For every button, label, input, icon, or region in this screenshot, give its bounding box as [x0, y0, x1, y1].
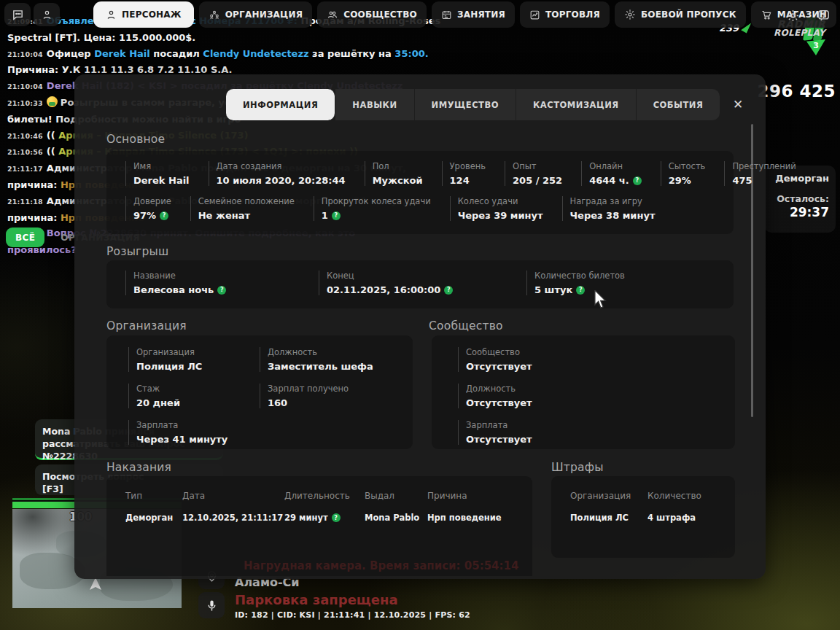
chat-timestamp: 21:10:33 [7, 99, 43, 107]
info-field: Дата создания10 июля 2020, 20:28:44 [209, 161, 346, 186]
info-icon[interactable]: ? [160, 211, 168, 220]
panel-tab[interactable]: ИНФОРМАЦИЯ [226, 89, 335, 120]
field-label: Пол [373, 161, 423, 171]
person-icon [106, 9, 117, 20]
punishment-issuer: Mona Pablo [365, 513, 427, 523]
chat-text: (( [47, 146, 58, 157]
character-quick-button[interactable] [34, 3, 60, 26]
main-info-row: ИмяDerek HailДата создания10 июля 2020, … [125, 161, 716, 186]
info-icon[interactable]: ? [576, 286, 585, 295]
info-field: Опыт205 / 252 [505, 161, 562, 186]
main-info-card: ИмяDerek HailДата создания10 июля 2020, … [106, 151, 734, 234]
field-value: Отсутствует [466, 434, 532, 445]
field-value-text: Велесова ночь [133, 284, 214, 295]
field-value: Полиция ЛС [136, 361, 260, 372]
chat-text: Spectral [FT]. Цена: 115.000.000$. [7, 32, 195, 43]
tab-label: ПЕРСОНАЖ [122, 9, 182, 20]
field-label: Сообщество [466, 347, 532, 357]
chat-text: Clendy Undetectezz [203, 48, 308, 59]
tab-label: ЗАНЯТИЯ [457, 9, 505, 20]
info-field: ЗарплатаЧерез 41 минуту [128, 420, 260, 445]
field-value: Отсутствует [466, 397, 532, 408]
info-field: Доверие97%? [125, 196, 171, 221]
info-icon[interactable]: ? [332, 513, 341, 522]
burst-icon [624, 9, 636, 20]
field-value-text: Отсутствует [466, 434, 532, 445]
money-emoji-icon [47, 96, 58, 107]
panel-tab[interactable]: СОБЫТИЯ [637, 89, 720, 120]
field-value: 4644 ч.? [589, 175, 642, 186]
info-icon[interactable]: ? [633, 176, 642, 185]
field-value: Через 41 минуту [136, 434, 260, 445]
field-value: Заместитель шефа [268, 361, 405, 372]
status-line: ID: 182 | CID: KSI | 21:11:41 | 12.10.20… [235, 610, 470, 620]
field-value-text: 205 / 252 [513, 175, 562, 186]
chat-timestamp: 21:10:04 [7, 50, 43, 58]
field-value: 97%? [133, 210, 171, 221]
chat-text: 35:00. [394, 48, 428, 59]
field-value: 5 штук? [534, 284, 687, 295]
field-label: Прокруток колеса удачи [322, 196, 431, 206]
field-value-text: Отсутствует [466, 397, 532, 408]
mouse-cursor [594, 290, 610, 309]
chat-text: посадил [150, 48, 203, 59]
tab-label: БОЕВОЙ ПРОПУСК [641, 9, 736, 20]
tab-burst[interactable]: БОЕВОЙ ПРОПУСК [615, 1, 746, 28]
chat-filter-all[interactable]: ВСЁ [6, 228, 44, 247]
punishment-row: Деморган12.10.2025, 21:11:1729 минут?Mon… [125, 513, 515, 523]
info-icon[interactable]: ? [444, 286, 453, 295]
tab-org[interactable]: ОРГАНИЗАЦИЯ [199, 1, 312, 28]
info-field: Конец02.11.2025, 16:00:00? [319, 271, 526, 295]
close-button[interactable]: ✕ [728, 95, 747, 114]
field-value: Через 38 минут [570, 210, 656, 221]
tab-person[interactable]: ПЕРСОНАЖ [93, 1, 194, 28]
field-value: Derek Hail [133, 175, 190, 186]
tab-calendar[interactable]: ЗАНЯТИЯ [432, 1, 515, 28]
field-value-text: 97% [133, 210, 156, 221]
chart-icon [529, 9, 540, 20]
field-label: Награда за игру [570, 196, 656, 206]
info-field: ПолМужской [365, 161, 423, 186]
microphone-button[interactable] [198, 592, 225, 618]
info-field: СообществоОтсутствует [458, 347, 532, 372]
field-value-text: 5 штук [534, 284, 572, 295]
panel-tab[interactable]: КАСТОМИЗАЦИЯ [516, 89, 637, 120]
info-field: Семейное положениеНе женат [190, 196, 295, 221]
field-value: 02.11.2025, 16:00:00? [327, 284, 526, 295]
tab-chart[interactable]: ТОРГОВЛЯ [520, 1, 610, 28]
field-value-text: Не женат [198, 210, 250, 221]
info-icon[interactable]: ? [332, 211, 341, 220]
field-label: Сытость [669, 161, 706, 171]
chat-toggle-button[interactable] [4, 3, 31, 26]
info-field: Награда за игруЧерез 38 минут [562, 196, 656, 221]
field-label: Название [133, 271, 319, 281]
microphone-icon [206, 599, 218, 612]
panel-tab[interactable]: НАВЫКИ [335, 89, 414, 120]
field-value-text: Derek Hail [133, 175, 190, 186]
help-button[interactable] [814, 6, 833, 25]
info-field: Колесо удачиЧерез 39 минут [450, 196, 543, 221]
field-value-text: Отсутствует [466, 361, 532, 372]
field-value-text: 124 [450, 175, 470, 186]
settings-button[interactable] [783, 6, 802, 25]
tab-community[interactable]: СООБЩЕСТВО [317, 1, 427, 28]
field-value: Мужской [373, 175, 423, 186]
column-header: Выдал [365, 491, 427, 501]
cart-icon [761, 9, 772, 20]
person-small-icon [42, 9, 52, 20]
info-icon[interactable]: ? [217, 286, 226, 295]
field-label: Конец [327, 271, 526, 281]
info-field: ОрганизацияПолиция ЛС [128, 347, 260, 372]
field-label: Должность [268, 347, 405, 357]
info-field: Зарплат получено160 [260, 384, 405, 408]
zone-warning: Парковка запрещена [235, 592, 398, 607]
info-field: НазваниеВелесова ночь? [125, 271, 319, 295]
section-title-org: Организация [106, 319, 187, 332]
chat-bubble-icon [12, 9, 24, 21]
field-value-text: Полиция ЛС [136, 361, 202, 372]
field-label: Онлайн [589, 161, 642, 171]
panel-tab[interactable]: ИМУЩЕСТВО [415, 89, 516, 120]
info-field: ИмяDerek Hail [125, 161, 190, 186]
field-label: Зарплата [136, 420, 260, 430]
column-header: Тип [125, 491, 182, 501]
